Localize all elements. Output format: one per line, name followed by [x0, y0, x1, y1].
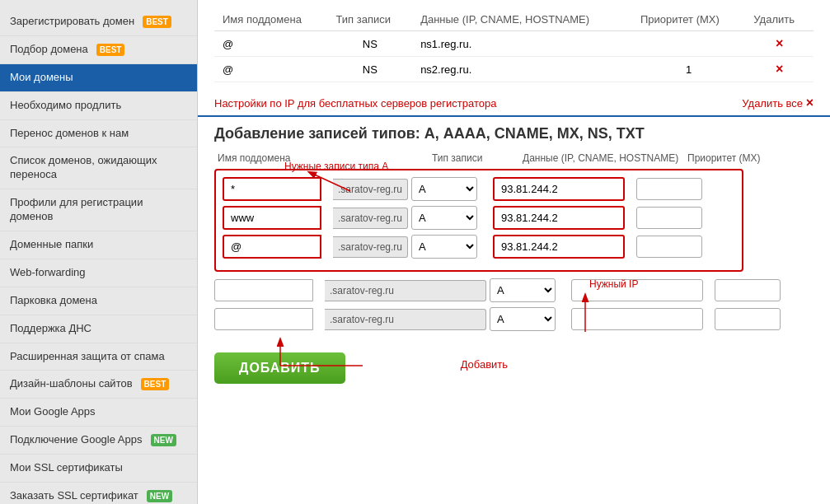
sidebar-item[interactable]: Зарегистрировать доменBEST	[0, 8, 197, 36]
sidebar-badge: BEST	[141, 378, 170, 390]
priority-input[interactable]	[636, 178, 702, 200]
sidebar-item[interactable]: Мои домены	[0, 64, 197, 92]
sidebar-item-label: Мои Google Apps	[10, 405, 96, 419]
sidebar-item[interactable]: Мои SSL сертификаты	[0, 455, 197, 483]
cell-type: NS	[327, 31, 412, 57]
data-input[interactable]	[493, 206, 625, 230]
add-records-section: Добавление записей типов: А, АААА, CNAME…	[198, 117, 830, 400]
sidebar-item[interactable]: Профили для регистрации доменов	[0, 189, 197, 231]
cell-type: NS	[327, 57, 412, 82]
delete-icon[interactable]: ×	[776, 62, 783, 76]
sidebar-item[interactable]: Дизайн-шаблоны сайтовBEST	[0, 371, 197, 399]
sidebar-item[interactable]: Необходимо продлить	[0, 92, 197, 120]
subdomain-suffix: .saratov-reg.ru	[325, 309, 486, 330]
notice-row: Настройки по IP для бесплатных серверов …	[198, 91, 830, 115]
form-col-priority: Приоритет (МХ)	[687, 152, 786, 164]
annotation-add-arrow	[264, 329, 396, 371]
type-select[interactable]: A AAAA CNAME MX NS TXT	[490, 278, 556, 302]
sidebar-item[interactable]: Заказать SSL сертификатNEW	[0, 483, 197, 504]
sidebar-item-label: Мои SSL сертификаты	[10, 461, 123, 475]
form-row: .saratov-reg.ru A AAAA CNAME MX NS TXT	[223, 206, 735, 230]
subdomain-input[interactable]	[223, 206, 321, 230]
cell-subdomain: @	[214, 57, 327, 82]
sidebar-item[interactable]: Доменные папки	[0, 231, 197, 259]
notice-text: Настройки по IP для бесплатных серверов …	[214, 97, 496, 110]
cell-data: ns2.reg.ru.	[412, 57, 632, 82]
sidebar-badge: BEST	[96, 44, 125, 56]
sidebar-item-label: Мои домены	[10, 71, 73, 85]
table-row: @ NS ns1.reg.ru. ×	[214, 31, 814, 57]
sidebar-item-label: Дизайн-шаблоны сайтов	[10, 377, 133, 391]
sidebar: Зарегистрировать доменBESTПодбор доменаB…	[0, 0, 198, 504]
sidebar-item-label: Профили для регистрации доменов	[10, 196, 187, 224]
sidebar-item-label: Зарегистрировать домен	[10, 15, 134, 29]
priority-input[interactable]	[715, 279, 781, 301]
form-row: .saratov-reg.ru A AAAA CNAME MX NS TXT	[223, 235, 735, 259]
sidebar-item[interactable]: Парковка домена	[0, 287, 197, 315]
sidebar-item-label: Заказать SSL сертификат	[10, 489, 138, 503]
sidebar-item[interactable]: Поддержка ДНС	[0, 315, 197, 343]
form-row: .saratov-reg.ru A AAAA CNAME MX NS TXT	[214, 307, 814, 331]
delete-all-button[interactable]: Удалить все ×	[742, 96, 814, 110]
sidebar-item-label: Web-forwarding	[10, 266, 86, 280]
priority-input[interactable]	[636, 236, 702, 258]
col-subdomain: Имя поддомена	[214, 8, 327, 31]
data-input[interactable]	[493, 235, 625, 259]
sidebar-badge: BEST	[143, 16, 171, 28]
sidebar-item-label: Доменные папки	[10, 238, 93, 252]
sidebar-item[interactable]: Подключение Google AppsNEW	[0, 427, 197, 455]
subdomain-input[interactable]	[214, 279, 313, 301]
sidebar-item[interactable]: Мои Google Apps	[0, 399, 197, 427]
sidebar-item-label: Расширенная защита от спама	[10, 350, 165, 364]
sidebar-item[interactable]: Web-forwarding	[0, 259, 197, 287]
svg-line-0	[309, 172, 350, 191]
type-select[interactable]: A AAAA CNAME MX NS TXT	[490, 307, 556, 331]
type-select[interactable]: A AAAA CNAME MX NS TXT	[411, 206, 477, 230]
subdomain-input[interactable]	[223, 235, 321, 259]
cell-subdomain: @	[214, 31, 327, 57]
delete-icon[interactable]: ×	[776, 36, 783, 50]
cell-priority	[632, 31, 745, 57]
sidebar-item-label: Перенос доменов к нам	[10, 127, 129, 141]
cell-delete[interactable]: ×	[745, 57, 814, 82]
annotation-type-a-arrow	[284, 162, 433, 195]
dns-records-table: Имя поддомена Тип записи Данные (IP, CNA…	[214, 8, 814, 82]
sidebar-item[interactable]: Список доменов, ожидающих переноса	[0, 147, 197, 189]
form-col-type: Тип записи	[432, 152, 523, 164]
table-row: @ NS ns2.reg.ru. 1 ×	[214, 57, 814, 82]
form-row: .saratov-reg.ru A AAAA CNAME MX NS TXT	[214, 278, 814, 302]
sidebar-item-label: Подключение Google Apps	[10, 433, 143, 447]
sidebar-item[interactable]: Перенос доменов к нам	[0, 120, 197, 148]
sidebar-badge: NEW	[147, 490, 172, 502]
cell-priority: 1	[632, 57, 745, 82]
sidebar-item[interactable]: Подбор доменаBEST	[0, 36, 197, 64]
add-records-title: Добавление записей типов: А, АААА, CNAME…	[214, 125, 814, 142]
main-content: Имя поддомена Тип записи Данные (IP, CNA…	[198, 0, 830, 504]
data-input[interactable]	[493, 177, 625, 201]
sidebar-item-label: Необходимо продлить	[10, 99, 121, 113]
subdomain-suffix: .saratov-reg.ru	[333, 208, 408, 229]
subdomain-suffix: .saratov-reg.ru	[333, 236, 408, 258]
col-priority: Приоритет (МХ)	[632, 8, 745, 31]
form-col-data: Данные (IP, CNAME, HOSTNAME)	[523, 152, 687, 164]
col-type: Тип записи	[327, 8, 412, 31]
col-delete: Удалить	[745, 8, 814, 31]
sidebar-item-label: Подбор домена	[10, 43, 88, 57]
sidebar-item-label: Парковка домена	[10, 294, 97, 308]
subdomain-suffix: .saratov-reg.ru	[325, 280, 486, 301]
cell-data: ns1.reg.ru.	[412, 31, 632, 57]
type-select[interactable]: A AAAA CNAME MX NS TXT	[411, 235, 477, 259]
annotation-ip-arrow	[577, 287, 676, 336]
cell-delete[interactable]: ×	[745, 31, 814, 57]
sidebar-badge: NEW	[151, 434, 176, 446]
sidebar-item[interactable]: Расширенная защита от спама	[0, 343, 197, 371]
col-data: Данные (IP, CNAME, HOSTNAME)	[412, 8, 632, 31]
sidebar-item-label: Поддержка ДНС	[10, 322, 91, 336]
sidebar-item-label: Список доменов, ожидающих переноса	[10, 154, 187, 182]
annotation-add-text: Добавить	[461, 358, 508, 371]
priority-input[interactable]	[636, 207, 702, 229]
subdomain-input[interactable]	[214, 308, 313, 330]
priority-input[interactable]	[715, 308, 781, 330]
dns-table-section: Имя поддомена Тип записи Данные (IP, CNA…	[198, 0, 830, 91]
